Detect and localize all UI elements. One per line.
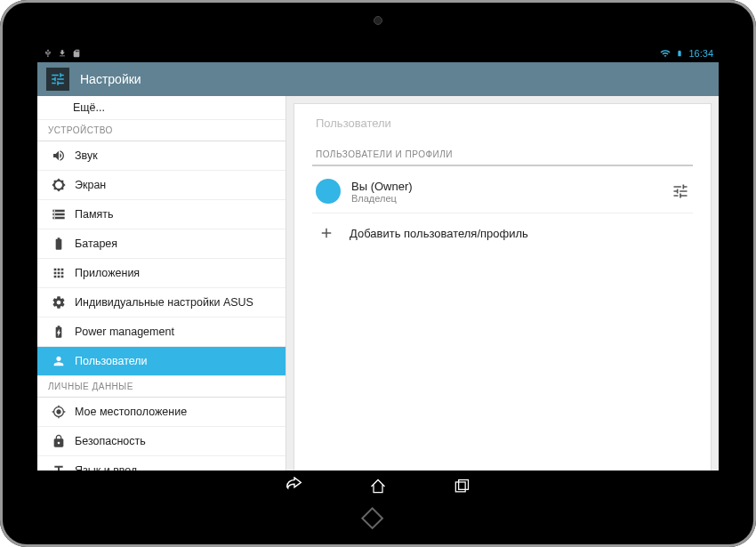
- sidebar-label: Язык и ввод: [75, 464, 137, 471]
- action-bar: Настройки: [37, 62, 719, 96]
- sidebar-item-location[interactable]: Мое местоположение: [37, 398, 286, 427]
- status-bar: 16:34: [37, 44, 719, 62]
- nav-back-button[interactable]: [284, 476, 305, 497]
- sidebar-item-language[interactable]: Язык и ввод: [37, 456, 286, 471]
- location-icon: [52, 405, 66, 419]
- detail-panel: Пользователи ПОЛЬЗОВАТЕЛИ И ПРОФИЛИ Вы (…: [294, 103, 712, 471]
- screen: 16:34 Настройки Ещё... УСТРОЙСТВО Звук: [37, 44, 719, 503]
- settings-app-icon: [46, 68, 69, 91]
- svg-rect-1: [459, 480, 469, 490]
- sidebar-header-device: УСТРОЙСТВО: [37, 120, 286, 141]
- display-icon: [52, 178, 66, 192]
- sidebar-label: Безопасность: [75, 435, 146, 447]
- sidebar-item-more[interactable]: Ещё...: [37, 96, 286, 120]
- sound-icon: [52, 149, 66, 163]
- nav-home-button[interactable]: [367, 476, 389, 497]
- battery-menu-icon: [52, 237, 66, 251]
- sidebar-item-sound[interactable]: Звук: [37, 141, 286, 171]
- sidebar-label: Батарея: [75, 237, 117, 250]
- section-header-users: ПОЛЬЗОВАТЕЛИ И ПРОФИЛИ: [312, 146, 693, 166]
- front-camera: [374, 16, 382, 25]
- user-name: Вы (Owner): [351, 180, 661, 193]
- user-role: Владелец: [351, 193, 661, 204]
- svg-rect-0: [455, 482, 465, 492]
- sidebar-label: Пользователи: [75, 355, 148, 367]
- sidebar-item-apps[interactable]: Приложения: [37, 259, 286, 288]
- user-row-owner[interactable]: Вы (Owner) Владелец: [312, 170, 693, 213]
- tablet-frame: 16:34 Настройки Ещё... УСТРОЙСТВО Звук: [0, 0, 756, 547]
- add-user-row[interactable]: Добавить пользователя/профиль: [312, 213, 693, 253]
- sidebar-item-security[interactable]: Безопасность: [37, 427, 286, 456]
- user-info: Вы (Owner) Владелец: [351, 180, 661, 204]
- wifi-icon: [660, 48, 671, 59]
- users-icon: [52, 354, 66, 368]
- storage-icon: [52, 207, 66, 221]
- sidebar-header-personal: ЛИЧНЫЕ ДАННЫЕ: [37, 376, 286, 398]
- navigation-bar: [37, 471, 719, 503]
- avatar: [316, 179, 341, 204]
- detail-title: Пользователи: [312, 117, 693, 130]
- add-user-label: Добавить пользователя/профиль: [350, 227, 528, 240]
- gear-icon: [52, 295, 66, 310]
- sidebar-item-asus[interactable]: Индивидуальные настройки ASUS: [37, 288, 286, 318]
- sidebar-label: Звук: [75, 149, 98, 162]
- sidebar-item-power[interactable]: Power management: [37, 318, 286, 347]
- content-area: Ещё... УСТРОЙСТВО Звук Экран Память Бата…: [37, 96, 719, 471]
- status-time: 16:34: [688, 48, 713, 59]
- sidebar-label: Приложения: [75, 267, 140, 279]
- sidebar-label: Индивидуальные настройки ASUS: [75, 296, 253, 309]
- power-icon: [52, 325, 66, 339]
- sidebar-item-battery[interactable]: Батарея: [37, 229, 286, 259]
- sidebar-label: Power management: [75, 326, 174, 338]
- sidebar-item-users[interactable]: Пользователи: [37, 347, 286, 376]
- hardware-home-button[interactable]: [361, 507, 383, 529]
- status-right: 16:34: [660, 48, 713, 59]
- settings-sidebar[interactable]: Ещё... УСТРОЙСТВО Звук Экран Память Бата…: [37, 96, 286, 471]
- battery-icon: [674, 48, 685, 59]
- sd-icon: [71, 48, 82, 59]
- plus-icon: [318, 224, 335, 242]
- sidebar-label: Экран: [75, 179, 106, 191]
- nav-recent-button[interactable]: [451, 476, 472, 497]
- sidebar-item-display[interactable]: Экран: [37, 171, 286, 200]
- action-bar-title: Настройки: [80, 72, 141, 86]
- apps-icon: [52, 266, 66, 280]
- language-icon: [52, 463, 66, 471]
- sidebar-label: Память: [75, 208, 114, 221]
- status-left: [43, 48, 82, 59]
- lock-icon: [52, 434, 66, 448]
- sidebar-label: Мое местоположение: [75, 406, 187, 418]
- download-icon: [57, 48, 68, 59]
- sidebar-item-storage[interactable]: Память: [37, 200, 286, 229]
- usb-icon: [43, 48, 53, 59]
- tune-icon[interactable]: [672, 182, 689, 200]
